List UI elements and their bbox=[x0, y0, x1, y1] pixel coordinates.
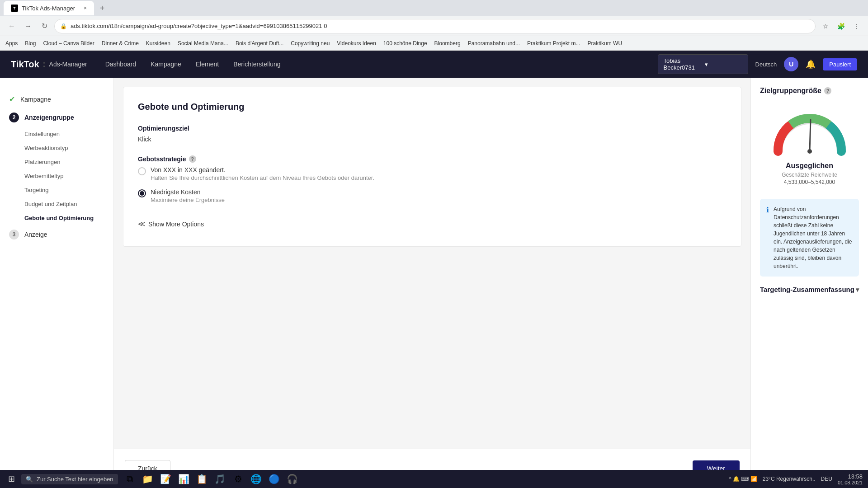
audience-help-icon[interactable]: ? bbox=[824, 87, 831, 94]
sidebar-sub-werbemitteltyp[interactable]: Werbemitteltyp bbox=[0, 169, 113, 183]
radio-btn-lowest[interactable] bbox=[138, 189, 146, 197]
radio-desc-lowest: Maximiere deine Ergebnisse bbox=[151, 197, 225, 203]
bookmark-blog[interactable]: Blog bbox=[25, 40, 36, 47]
bookmark-apps[interactable]: Apps bbox=[5, 40, 18, 47]
taskbar-excel[interactable]: 📊 bbox=[176, 471, 192, 487]
start-button[interactable]: ⊞ bbox=[5, 472, 18, 486]
sidebar-sub-targeting[interactable]: Targeting bbox=[0, 183, 113, 197]
show-more-label: Show More Options bbox=[148, 221, 204, 228]
opt-label: Optimierungsziel bbox=[138, 125, 726, 132]
bookmark-videokurs[interactable]: Videokurs Ideen bbox=[337, 40, 376, 47]
bookmark-praktikum2[interactable]: Praktikum WU bbox=[587, 40, 622, 47]
tab-close-button[interactable]: × bbox=[84, 5, 87, 11]
taskbar-app9[interactable]: 🎧 bbox=[284, 471, 301, 487]
opt-value: Klick bbox=[138, 136, 726, 143]
back-button[interactable]: ← bbox=[5, 20, 18, 33]
nav-right: Tobias Becker0731 ▾ Deutsch U 🔔 Pausiert bbox=[658, 54, 857, 74]
sidebar-step1-label: Kampagne bbox=[20, 96, 51, 103]
url-text: ads.tiktok.com/i18n/campaign/ad-group/cr… bbox=[71, 23, 810, 29]
notification-button[interactable]: 🔔 bbox=[806, 59, 816, 69]
taskbar-task-view[interactable]: ⧉ bbox=[122, 471, 138, 487]
gauge-container: Ausgeglichen Geschätzte Reichweite 4,533… bbox=[760, 104, 859, 190]
bookmark-praktikum1[interactable]: Praktikum Projekt m... bbox=[527, 40, 580, 47]
account-chevron-icon: ▾ bbox=[705, 61, 742, 68]
taskbar-weather: 23°C Regenwahrsch.. bbox=[763, 476, 816, 482]
language-button[interactable]: Deutsch bbox=[755, 61, 777, 68]
menu-button[interactable]: ⋮ bbox=[850, 20, 863, 33]
show-more-button[interactable]: ≪ Show More Options bbox=[138, 216, 726, 232]
sidebar-sub-budget[interactable]: Budget und Zeitplan bbox=[0, 197, 113, 211]
bookmark-social[interactable]: Social Media Mana... bbox=[178, 40, 228, 47]
bookmark-kursideen[interactable]: Kursideen bbox=[146, 40, 170, 47]
taskbar-word[interactable]: 📝 bbox=[158, 471, 174, 487]
taskbar-app5[interactable]: 🎵 bbox=[212, 471, 228, 487]
logo-subtitle: Ads-Manager bbox=[49, 61, 87, 68]
search-icon: 🔍 bbox=[26, 476, 33, 483]
nav-links: Dashboard Kampagne Element Berichterstel… bbox=[105, 59, 640, 70]
avatar[interactable]: U bbox=[784, 57, 798, 71]
gauge-label: Ausgeglichen bbox=[786, 162, 833, 170]
taskbar-app6[interactable]: ⚙ bbox=[230, 471, 246, 487]
pause-button[interactable]: Pausiert bbox=[823, 58, 857, 70]
sidebar-step3[interactable]: 3 Anzeige bbox=[0, 225, 113, 244]
gauge-value: 4,533,000–5,542,000 bbox=[784, 179, 835, 185]
new-tab-button[interactable]: + bbox=[96, 2, 108, 14]
bookmark-canva[interactable]: Cloud – Canva Bilder bbox=[43, 40, 94, 47]
nav-dashboard[interactable]: Dashboard bbox=[105, 59, 137, 70]
browser-tab[interactable]: T TikTok Ads-Manager × bbox=[4, 1, 94, 15]
bookmark-bloomberg[interactable]: Bloomberg bbox=[434, 40, 461, 47]
forward-button[interactable]: → bbox=[22, 20, 34, 33]
bookmark-bois[interactable]: Bois d'Argent Duft... bbox=[236, 40, 283, 47]
audience-gauge bbox=[769, 108, 850, 158]
bookmark-copywriting[interactable]: Copywriting neu bbox=[291, 40, 330, 47]
taskbar-powerpoint[interactable]: 📋 bbox=[194, 471, 210, 487]
sidebar-step1[interactable]: ✔ Kampagne bbox=[0, 90, 113, 108]
taskbar-file-explorer[interactable]: 📁 bbox=[140, 471, 156, 487]
section-title: Gebote und Optimierung bbox=[138, 102, 726, 112]
bookmarks-bar: Apps Blog Cloud – Canva Bilder Dinner & … bbox=[0, 36, 868, 51]
taskbar-chrome[interactable]: 🔵 bbox=[266, 471, 283, 487]
audience-title: Zielgruppengröße ? bbox=[760, 87, 859, 95]
nav-element[interactable]: Element bbox=[196, 59, 219, 70]
radio-option-lowest[interactable]: Niedrigste Kosten Maximiere deine Ergebn… bbox=[138, 188, 726, 203]
extensions-button[interactable]: 🧩 bbox=[835, 20, 847, 33]
sidebar-step3-label: Anzeige bbox=[24, 231, 47, 238]
star-button[interactable]: ☆ bbox=[819, 20, 832, 33]
radio-option-xxx[interactable]: Von XXX in XXX geändert. Halten Sie Ihre… bbox=[138, 166, 726, 181]
taskbar: ⊞ 🔍 Zur Suche Text hier eingeben ⧉ 📁 📝 📊… bbox=[0, 470, 868, 488]
sidebar-sub-gebote[interactable]: Gebote und Optimierung bbox=[0, 211, 113, 225]
info-icon: ℹ bbox=[766, 206, 769, 270]
sidebar-sub-platzierungen[interactable]: Platzierungen bbox=[0, 155, 113, 169]
targeting-summary-toggle[interactable]: Targeting-Zusammenfassung ▾ bbox=[760, 286, 859, 293]
info-text: Aufgrund von Datenschutzanforderungen sc… bbox=[774, 205, 853, 270]
step2-circle: 2 bbox=[9, 113, 19, 122]
radio-label-lowest: Niedrigste Kosten bbox=[151, 188, 225, 196]
taskbar-app7[interactable]: 🌐 bbox=[248, 471, 264, 487]
radio-group: Von XXX in XXX geändert. Halten Sie Ihre… bbox=[138, 166, 726, 203]
radio-label-xxx: Von XXX in XXX geändert. bbox=[151, 166, 374, 174]
top-nav: TikTok : Ads-Manager Dashboard Kampagne … bbox=[0, 51, 868, 78]
bid-strategy-row: Gebotsstrategie ? Von XXX in XXX geänder… bbox=[138, 155, 726, 203]
nav-kampagne[interactable]: Kampagne bbox=[151, 59, 181, 70]
targeting-chevron-icon: ▾ bbox=[856, 286, 859, 293]
help-icon[interactable]: ? bbox=[189, 155, 196, 163]
taskbar-apps: ⧉ 📁 📝 📊 📋 🎵 ⚙ 🌐 🔵 🎧 bbox=[122, 471, 301, 487]
radio-btn-xxx[interactable] bbox=[138, 167, 146, 175]
bookmark-dinner[interactable]: Dinner & Crime bbox=[102, 40, 139, 47]
address-bar[interactable]: 🔒 ads.tiktok.com/i18n/campaign/ad-group/… bbox=[54, 19, 816, 33]
sidebar-sub-werbeaktionstyp[interactable]: Werbeaktionstyp bbox=[0, 141, 113, 155]
account-selector[interactable]: Tobias Becker0731 ▾ bbox=[658, 54, 748, 74]
nav-berichterstellung[interactable]: Berichterstellung bbox=[233, 59, 280, 70]
sidebar: ✔ Kampagne 2 Anzeigengruppe Einstellunge… bbox=[0, 78, 114, 488]
taskbar-lang: DEU bbox=[821, 476, 832, 482]
sidebar-step2[interactable]: 2 Anzeigengruppe bbox=[0, 108, 113, 127]
refresh-button[interactable]: ↻ bbox=[38, 20, 51, 33]
taskbar-search[interactable]: 🔍 Zur Suche Text hier eingeben bbox=[21, 474, 118, 484]
logo: TikTok : Ads-Manager bbox=[11, 59, 87, 70]
lock-icon: 🔒 bbox=[60, 23, 67, 29]
bookmark-100[interactable]: 100 schöne Dinge bbox=[383, 40, 427, 47]
chevron-down-icon: ≪ bbox=[138, 220, 146, 228]
sidebar-sub-einstellungen[interactable]: Einstellungen bbox=[0, 127, 113, 141]
sidebar-step2-label: Anzeigengruppe bbox=[24, 114, 74, 121]
bookmark-panorama[interactable]: Panoramabahn und... bbox=[468, 40, 520, 47]
